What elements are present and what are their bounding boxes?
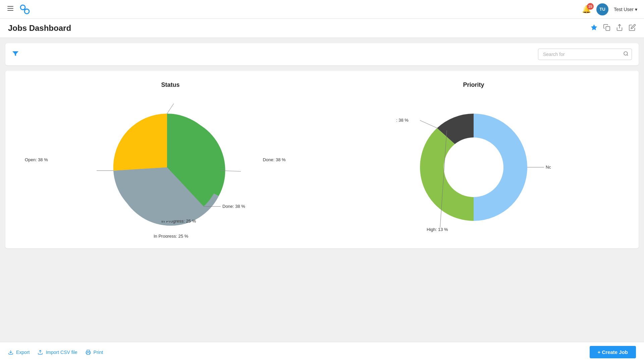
status-chart-title: Status xyxy=(161,81,179,88)
open-chart-label: Open: 38 % xyxy=(25,157,48,162)
chevron-down-icon: ▾ xyxy=(635,7,637,12)
priority-chart-title: Priority xyxy=(463,81,484,88)
status-chart-section: Status Done: 38 % Open: 38 % In Progress… xyxy=(19,81,322,238)
priority-donut-svg: Normal: 50 % Urgent: 38 % High: 13 % xyxy=(396,100,551,234)
edit-icon[interactable] xyxy=(629,24,636,33)
sidebar-toggle-button[interactable] xyxy=(7,5,14,14)
svg-rect-6 xyxy=(606,26,610,31)
charts-area: Status Done: 38 % Open: 38 % In Progress… xyxy=(5,71,639,248)
status-chart-wrapper: Done: 38 % Open: 38 % In Progress: 25 % … xyxy=(19,97,322,238)
bottom-bar: Export Import CSV file Print + Create Jo… xyxy=(0,342,644,362)
star-icon[interactable] xyxy=(590,24,598,33)
svg-marker-8 xyxy=(12,51,18,56)
notification-badge: 15 xyxy=(587,3,594,10)
svg-text:Done: 38 %: Done: 38 % xyxy=(222,204,245,209)
export-button[interactable]: Export xyxy=(8,350,30,355)
user-menu[interactable]: Test User ▾ xyxy=(614,7,637,12)
svg-line-10 xyxy=(627,55,628,56)
svg-line-5 xyxy=(23,9,27,10)
bottom-actions: Export Import CSV file Print xyxy=(8,350,103,355)
topnav-right: 🔔 15 TU Test User ▾ xyxy=(582,3,637,15)
user-name: Test User xyxy=(614,7,634,12)
svg-text:Normal: 50 %: Normal: 50 % xyxy=(546,165,551,170)
svg-rect-0 xyxy=(7,6,13,7)
search-wrapper xyxy=(538,49,632,60)
svg-text:In Progress: 25 %: In Progress: 25 % xyxy=(154,234,189,238)
filter-bar xyxy=(5,43,639,65)
avatar: TU xyxy=(596,3,608,15)
top-navigation: 🔔 15 TU Test User ▾ xyxy=(0,0,644,19)
import-csv-button[interactable]: Import CSV file xyxy=(38,350,77,355)
copy-icon[interactable] xyxy=(603,24,610,33)
svg-text:Urgent: 38 %: Urgent: 38 % xyxy=(396,118,409,123)
svg-rect-2 xyxy=(7,10,13,11)
svg-line-16 xyxy=(167,104,174,114)
svg-rect-27 xyxy=(87,353,90,354)
done-chart-label: Done: 38 % xyxy=(263,157,286,162)
search-button[interactable] xyxy=(623,51,629,58)
print-button[interactable]: Print xyxy=(86,350,103,355)
filter-icon[interactable] xyxy=(12,50,19,59)
page-header: Jobs Dashboard xyxy=(0,19,644,38)
priority-chart-section: Priority xyxy=(322,81,625,238)
priority-chart-wrapper: Normal: 50 % Urgent: 38 % High: 13 % xyxy=(322,97,625,238)
create-job-button[interactable]: + Create Job xyxy=(590,346,636,358)
page-actions xyxy=(590,24,636,33)
svg-text:High: 13 %: High: 13 % xyxy=(427,227,448,232)
svg-point-9 xyxy=(624,52,628,55)
svg-line-23 xyxy=(420,120,437,128)
app-logo xyxy=(18,3,32,16)
topnav-left xyxy=(7,3,32,16)
svg-point-20 xyxy=(444,137,503,197)
share-icon[interactable] xyxy=(616,24,623,33)
page-title: Jobs Dashboard xyxy=(8,23,71,33)
search-input[interactable] xyxy=(538,49,632,60)
svg-line-19 xyxy=(140,221,160,234)
svg-rect-1 xyxy=(7,8,13,9)
notification-bell[interactable]: 🔔 15 xyxy=(582,5,591,14)
status-pie-svg: Done: 38 % Open: 38 % In Progress: 25 % xyxy=(87,97,254,238)
